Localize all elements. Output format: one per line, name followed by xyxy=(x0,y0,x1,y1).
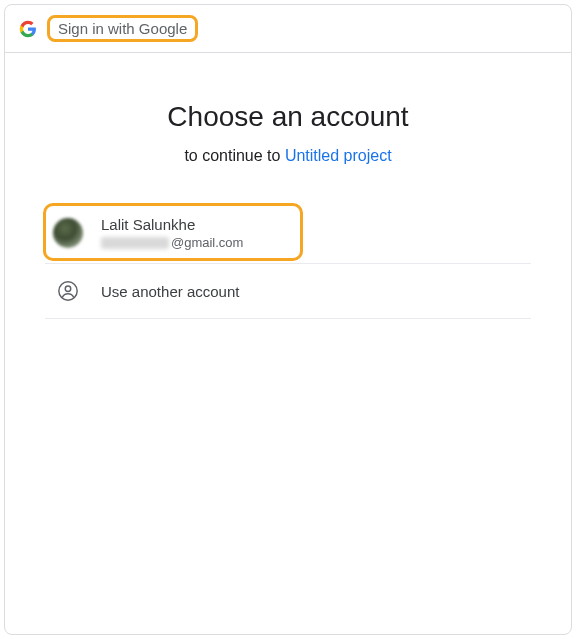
email-local-redacted xyxy=(101,237,169,249)
signin-dialog: Sign in with Google Choose an account to… xyxy=(4,4,572,635)
continue-prefix: to continue to xyxy=(184,147,285,164)
google-logo-icon xyxy=(19,20,37,38)
dialog-header: Sign in with Google xyxy=(5,5,571,53)
header-title: Sign in with Google xyxy=(58,20,187,37)
account-option[interactable]: Lalit Salunkhe @gmail.com xyxy=(45,203,531,264)
avatar xyxy=(53,218,83,248)
page-heading: Choose an account xyxy=(45,101,531,133)
email-domain: @gmail.com xyxy=(171,235,243,252)
use-another-account[interactable]: Use another account xyxy=(45,264,531,319)
main-content: Choose an account to continue to Untitle… xyxy=(5,53,571,319)
header-title-highlight: Sign in with Google xyxy=(47,15,198,42)
account-info: Lalit Salunkhe @gmail.com xyxy=(101,215,243,251)
account-email: @gmail.com xyxy=(101,235,243,252)
person-circle-icon xyxy=(53,276,83,306)
svg-point-1 xyxy=(65,286,71,292)
account-name: Lalit Salunkhe xyxy=(101,215,243,235)
use-another-label: Use another account xyxy=(101,283,239,300)
continue-line: to continue to Untitled project xyxy=(45,147,531,165)
project-link[interactable]: Untitled project xyxy=(285,147,392,164)
account-list: Lalit Salunkhe @gmail.com Use another ac… xyxy=(45,203,531,319)
